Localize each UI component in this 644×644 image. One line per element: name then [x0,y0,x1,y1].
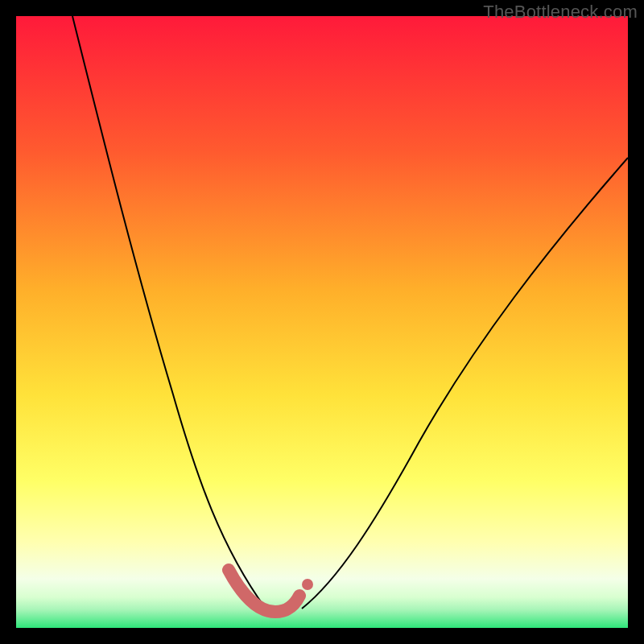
bottleneck-chart [16,16,628,628]
chart-frame [16,16,628,628]
watermark-text: TheBottleneck.com [483,2,638,23]
curve-bottom-end-dot [302,579,313,590]
gradient-background [16,16,628,628]
